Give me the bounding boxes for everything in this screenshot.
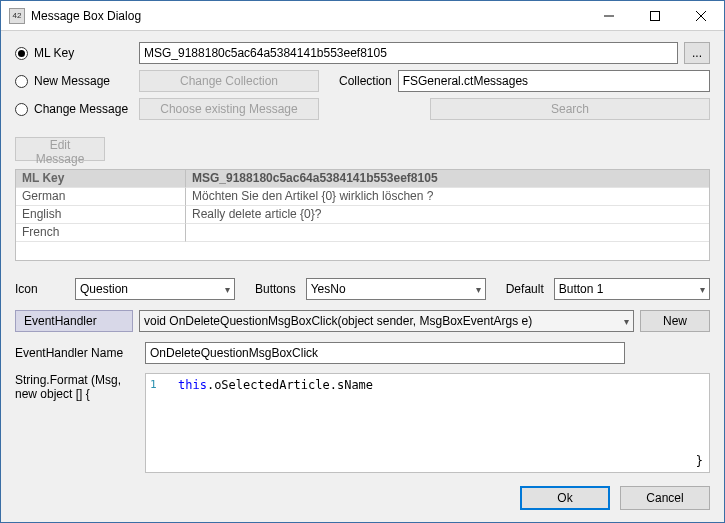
- browse-button[interactable]: ...: [684, 42, 710, 64]
- titlebar: 42 Message Box Dialog: [1, 1, 724, 31]
- change-collection-button: Change Collection: [139, 70, 319, 92]
- chevron-down-icon: ▾: [225, 284, 230, 295]
- stringformat-label: String.Format (Msg, new object [] {: [15, 373, 139, 401]
- svg-rect-1: [651, 11, 660, 20]
- grid-header-right: MSG_9188180c5ac64a5384141b553eef8105: [186, 170, 709, 188]
- dialog-window: 42 Message Box Dialog ML Key ...: [0, 0, 725, 523]
- ml-key-input[interactable]: [139, 42, 678, 64]
- close-icon: [696, 11, 706, 21]
- messages-grid: ML Key MSG_9188180c5ac64a5384141b553eef8…: [15, 169, 710, 261]
- grid-row[interactable]: French: [16, 224, 709, 242]
- code-rest: .oSelectedArticle.sName: [207, 378, 373, 392]
- grid-header-left: ML Key: [16, 170, 186, 188]
- grid-text: [186, 224, 709, 242]
- icon-label: Icon: [15, 282, 65, 296]
- minimize-button[interactable]: [586, 1, 632, 30]
- choose-existing-button: Choose existing Message: [139, 98, 319, 120]
- radio-icon: [15, 103, 28, 116]
- chevron-down-icon: ▾: [700, 284, 705, 295]
- grid-header-row: ML Key MSG_9188180c5ac64a5384141b553eef8…: [16, 170, 709, 188]
- edit-message-button: Edit Message: [15, 137, 105, 161]
- grid-text: Möchten Sie den Artikel {0} wirklich lös…: [186, 188, 709, 206]
- radio-new-message[interactable]: New Message: [15, 74, 133, 88]
- dialog-footer: Ok Cancel: [15, 486, 710, 510]
- new-eventhandler-button[interactable]: New: [640, 310, 710, 332]
- search-button: Search: [430, 98, 710, 120]
- radio-ml-key-label: ML Key: [34, 46, 74, 60]
- grid-lang: English: [16, 206, 186, 224]
- chevron-down-icon: ▾: [624, 316, 629, 327]
- default-select[interactable]: Button 1 ▾: [554, 278, 710, 300]
- line-number: 1: [150, 378, 157, 391]
- content-area: ML Key ... New Message Change Collection…: [1, 31, 724, 522]
- buttons-select[interactable]: YesNo ▾: [306, 278, 486, 300]
- radio-change-message[interactable]: Change Message: [15, 102, 133, 116]
- close-brace: }: [696, 454, 703, 468]
- radio-icon: [15, 47, 28, 60]
- radio-ml-key[interactable]: ML Key: [15, 46, 133, 60]
- collection-input[interactable]: [398, 70, 710, 92]
- buttons-select-value: YesNo: [311, 282, 346, 296]
- ok-button[interactable]: Ok: [520, 486, 610, 510]
- default-label: Default: [506, 282, 544, 296]
- window-title: Message Box Dialog: [31, 9, 586, 23]
- grid-row[interactable]: German Möchten Sie den Artikel {0} wirkl…: [16, 188, 709, 206]
- icon-select-value: Question: [80, 282, 128, 296]
- eventhandler-value: void OnDeleteQuestionMsgBoxClick(object …: [144, 314, 532, 328]
- buttons-label: Buttons: [255, 282, 296, 296]
- eventhandler-name-input[interactable]: [145, 342, 625, 364]
- grid-blank: [16, 242, 709, 260]
- code-editor[interactable]: 1 this.oSelectedArticle.sName }: [145, 373, 710, 473]
- radio-icon: [15, 75, 28, 88]
- minimize-icon: [604, 11, 614, 21]
- chevron-down-icon: ▾: [476, 284, 481, 295]
- eventhandler-label: EventHandler: [15, 310, 133, 332]
- cancel-button[interactable]: Cancel: [620, 486, 710, 510]
- radio-change-message-label: Change Message: [34, 102, 128, 116]
- grid-row[interactable]: English Really delete article {0}?: [16, 206, 709, 224]
- grid-lang: German: [16, 188, 186, 206]
- app-icon: 42: [9, 8, 25, 24]
- eventhandler-name-label: EventHandler Name: [15, 346, 139, 360]
- eventhandler-select[interactable]: void OnDeleteQuestionMsgBoxClick(object …: [139, 310, 634, 332]
- maximize-icon: [650, 11, 660, 21]
- grid-text: Really delete article {0}?: [186, 206, 709, 224]
- window-buttons: [586, 1, 724, 30]
- code-keyword: this: [178, 378, 207, 392]
- default-select-value: Button 1: [559, 282, 604, 296]
- code-line: this.oSelectedArticle.sName: [178, 378, 703, 392]
- maximize-button[interactable]: [632, 1, 678, 30]
- collection-label: Collection: [339, 74, 392, 88]
- radio-new-message-label: New Message: [34, 74, 110, 88]
- close-button[interactable]: [678, 1, 724, 30]
- icon-select[interactable]: Question ▾: [75, 278, 235, 300]
- grid-lang: French: [16, 224, 186, 242]
